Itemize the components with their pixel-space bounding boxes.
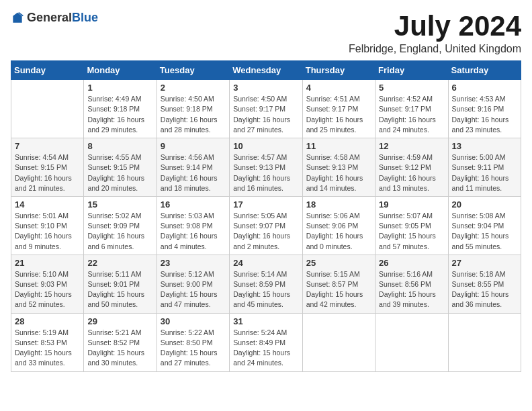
day-number: 19 bbox=[379, 199, 444, 210]
day-info: Sunrise: 4:49 AMSunset: 9:18 PMDaylight:… bbox=[87, 94, 152, 135]
day-number: 21 bbox=[15, 258, 80, 268]
calendar-cell bbox=[11, 80, 84, 138]
day-number: 7 bbox=[15, 141, 80, 151]
calendar-cell: 29Sunrise: 5:21 AMSunset: 8:52 PMDayligh… bbox=[84, 313, 157, 371]
calendar-cell: 9Sunrise: 4:56 AMSunset: 9:14 PMDaylight… bbox=[157, 138, 229, 197]
day-info: Sunrise: 4:51 AMSunset: 9:17 PMDaylight:… bbox=[306, 94, 371, 135]
calendar-cell: 17Sunrise: 5:05 AMSunset: 9:07 PMDayligh… bbox=[230, 196, 302, 255]
calendar-cell: 26Sunrise: 5:16 AMSunset: 8:56 PMDayligh… bbox=[375, 255, 448, 313]
day-number: 27 bbox=[452, 258, 517, 268]
calendar-cell: 6Sunrise: 4:53 AMSunset: 9:16 PMDaylight… bbox=[448, 80, 521, 138]
location-title: Felbridge, England, United Kingdom bbox=[349, 43, 521, 55]
calendar-cell: 10Sunrise: 4:57 AMSunset: 9:13 PMDayligh… bbox=[230, 138, 302, 197]
calendar-cell: 19Sunrise: 5:07 AMSunset: 9:05 PMDayligh… bbox=[375, 196, 448, 255]
day-info: Sunrise: 4:58 AMSunset: 9:13 PMDaylight:… bbox=[306, 152, 371, 193]
logo: GeneralBlue bbox=[11, 11, 98, 25]
day-number: 5 bbox=[379, 83, 444, 93]
weekday-header-thursday: Thursday bbox=[302, 61, 375, 80]
day-number: 1 bbox=[87, 83, 152, 93]
calendar-cell: 22Sunrise: 5:11 AMSunset: 9:01 PMDayligh… bbox=[84, 255, 157, 313]
calendar-cell: 16Sunrise: 5:03 AMSunset: 9:08 PMDayligh… bbox=[157, 196, 229, 255]
calendar-cell: 28Sunrise: 5:19 AMSunset: 8:53 PMDayligh… bbox=[11, 313, 84, 371]
calendar-cell: 24Sunrise: 5:14 AMSunset: 8:59 PMDayligh… bbox=[230, 255, 302, 313]
day-info: Sunrise: 5:22 AMSunset: 8:50 PMDaylight:… bbox=[161, 328, 226, 369]
day-info: Sunrise: 5:18 AMSunset: 8:55 PMDaylight:… bbox=[452, 269, 517, 310]
day-number: 17 bbox=[233, 199, 298, 210]
calendar-cell: 31Sunrise: 5:24 AMSunset: 8:49 PMDayligh… bbox=[230, 313, 302, 371]
day-number: 9 bbox=[161, 141, 226, 151]
weekday-header-monday: Monday bbox=[84, 61, 157, 80]
calendar-cell bbox=[448, 313, 521, 371]
calendar-cell: 1Sunrise: 4:49 AMSunset: 9:18 PMDaylight… bbox=[84, 80, 157, 138]
calendar-cell: 18Sunrise: 5:06 AMSunset: 9:06 PMDayligh… bbox=[302, 196, 375, 255]
calendar-cell: 21Sunrise: 5:10 AMSunset: 9:03 PMDayligh… bbox=[11, 255, 84, 313]
day-number: 29 bbox=[87, 316, 152, 326]
day-number: 22 bbox=[87, 258, 152, 268]
day-info: Sunrise: 5:00 AMSunset: 9:11 PMDaylight:… bbox=[452, 152, 517, 193]
weekday-header-sunday: Sunday bbox=[11, 61, 84, 80]
day-number: 3 bbox=[233, 83, 298, 93]
logo-text: GeneralBlue bbox=[27, 11, 98, 25]
day-number: 12 bbox=[379, 141, 444, 151]
day-info: Sunrise: 5:06 AMSunset: 9:06 PMDaylight:… bbox=[306, 211, 371, 252]
weekday-header-tuesday: Tuesday bbox=[157, 61, 229, 80]
calendar-week-row: 14Sunrise: 5:01 AMSunset: 9:10 PMDayligh… bbox=[11, 196, 521, 255]
day-info: Sunrise: 5:05 AMSunset: 9:07 PMDaylight:… bbox=[233, 211, 298, 252]
day-info: Sunrise: 5:15 AMSunset: 8:57 PMDaylight:… bbox=[306, 269, 371, 310]
day-number: 13 bbox=[452, 141, 517, 151]
day-info: Sunrise: 5:07 AMSunset: 9:05 PMDaylight:… bbox=[379, 211, 444, 252]
calendar-cell: 25Sunrise: 5:15 AMSunset: 8:57 PMDayligh… bbox=[302, 255, 375, 313]
calendar-cell bbox=[375, 313, 448, 371]
weekday-header-friday: Friday bbox=[375, 61, 448, 80]
day-number: 6 bbox=[452, 83, 517, 93]
calendar-cell: 5Sunrise: 4:52 AMSunset: 9:17 PMDaylight… bbox=[375, 80, 448, 138]
calendar-cell: 7Sunrise: 4:54 AMSunset: 9:15 PMDaylight… bbox=[11, 138, 84, 197]
day-info: Sunrise: 4:53 AMSunset: 9:16 PMDaylight:… bbox=[452, 94, 517, 135]
calendar-cell: 30Sunrise: 5:22 AMSunset: 8:50 PMDayligh… bbox=[157, 313, 229, 371]
day-number: 18 bbox=[306, 199, 371, 210]
day-info: Sunrise: 5:14 AMSunset: 8:59 PMDaylight:… bbox=[233, 269, 298, 310]
day-info: Sunrise: 5:11 AMSunset: 9:01 PMDaylight:… bbox=[87, 269, 152, 310]
day-number: 20 bbox=[452, 199, 517, 210]
logo-general: General bbox=[27, 11, 72, 24]
day-number: 16 bbox=[161, 199, 226, 210]
day-info: Sunrise: 4:56 AMSunset: 9:14 PMDaylight:… bbox=[161, 152, 226, 193]
month-title: July 2024 bbox=[349, 11, 521, 42]
calendar-cell: 8Sunrise: 4:55 AMSunset: 9:15 PMDaylight… bbox=[84, 138, 157, 197]
logo-blue: Blue bbox=[72, 11, 98, 24]
day-number: 2 bbox=[161, 83, 226, 93]
calendar-cell bbox=[302, 313, 375, 371]
day-info: Sunrise: 5:24 AMSunset: 8:49 PMDaylight:… bbox=[233, 328, 298, 369]
day-info: Sunrise: 4:50 AMSunset: 9:17 PMDaylight:… bbox=[233, 94, 298, 135]
day-info: Sunrise: 4:57 AMSunset: 9:13 PMDaylight:… bbox=[233, 152, 298, 193]
day-info: Sunrise: 5:08 AMSunset: 9:04 PMDaylight:… bbox=[452, 211, 517, 252]
calendar-week-row: 21Sunrise: 5:10 AMSunset: 9:03 PMDayligh… bbox=[11, 255, 521, 313]
day-info: Sunrise: 4:50 AMSunset: 9:18 PMDaylight:… bbox=[161, 94, 226, 135]
day-number: 23 bbox=[161, 258, 226, 268]
day-info: Sunrise: 5:02 AMSunset: 9:09 PMDaylight:… bbox=[87, 211, 152, 252]
calendar-cell: 13Sunrise: 5:00 AMSunset: 9:11 PMDayligh… bbox=[448, 138, 521, 197]
calendar-cell: 23Sunrise: 5:12 AMSunset: 9:00 PMDayligh… bbox=[157, 255, 229, 313]
day-info: Sunrise: 4:54 AMSunset: 9:15 PMDaylight:… bbox=[15, 152, 80, 193]
day-info: Sunrise: 5:19 AMSunset: 8:53 PMDaylight:… bbox=[15, 328, 80, 369]
calendar-cell: 4Sunrise: 4:51 AMSunset: 9:17 PMDaylight… bbox=[302, 80, 375, 138]
day-info: Sunrise: 4:59 AMSunset: 9:12 PMDaylight:… bbox=[379, 152, 444, 193]
day-number: 10 bbox=[233, 141, 298, 151]
weekday-header-wednesday: Wednesday bbox=[230, 61, 302, 80]
calendar-cell: 14Sunrise: 5:01 AMSunset: 9:10 PMDayligh… bbox=[11, 196, 84, 255]
calendar-cell: 20Sunrise: 5:08 AMSunset: 9:04 PMDayligh… bbox=[448, 196, 521, 255]
weekday-header-saturday: Saturday bbox=[448, 61, 521, 80]
day-info: Sunrise: 5:16 AMSunset: 8:56 PMDaylight:… bbox=[379, 269, 444, 310]
day-number: 14 bbox=[15, 199, 80, 210]
calendar-table: SundayMondayTuesdayWednesdayThursdayFrid… bbox=[11, 60, 521, 371]
day-number: 30 bbox=[161, 316, 226, 326]
day-info: Sunrise: 4:52 AMSunset: 9:17 PMDaylight:… bbox=[379, 94, 444, 135]
day-info: Sunrise: 5:10 AMSunset: 9:03 PMDaylight:… bbox=[15, 269, 80, 310]
calendar-week-row: 1Sunrise: 4:49 AMSunset: 9:18 PMDaylight… bbox=[11, 80, 521, 138]
calendar-cell: 2Sunrise: 4:50 AMSunset: 9:18 PMDaylight… bbox=[157, 80, 229, 138]
calendar-cell: 27Sunrise: 5:18 AMSunset: 8:55 PMDayligh… bbox=[448, 255, 521, 313]
day-number: 26 bbox=[379, 258, 444, 268]
day-number: 31 bbox=[233, 316, 298, 326]
logo-icon bbox=[11, 11, 24, 25]
day-number: 4 bbox=[306, 83, 371, 93]
